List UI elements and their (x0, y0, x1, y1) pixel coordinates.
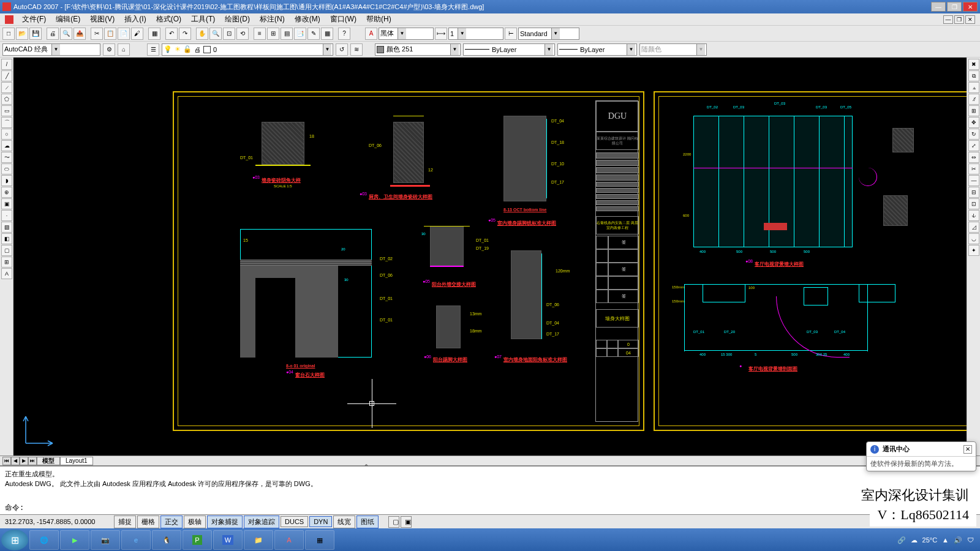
task-chrome[interactable]: 🌐 (29, 530, 59, 550)
print-button[interactable]: 🖨 (47, 28, 59, 40)
menu-dimension[interactable]: 标注(N) (256, 13, 288, 26)
zoom-rt-button[interactable]: 🔍 (209, 28, 222, 40)
linetype-select[interactable]: ByLayer ▼ (463, 43, 555, 56)
tool-palette-button[interactable]: ▤ (281, 28, 293, 40)
tray-icon[interactable]: 🔊 (954, 536, 962, 544)
table-tool[interactable]: ⊞ (1, 257, 12, 268)
rotate-tool[interactable]: ↻ (968, 129, 979, 140)
command-prompt[interactable]: 命令: (5, 503, 24, 513)
redo-button[interactable]: ↷ (179, 28, 191, 40)
open-button[interactable]: 📂 (16, 28, 28, 40)
make-block-tool[interactable]: ▣ (1, 198, 12, 209)
task-imaging[interactable]: 📷 (91, 530, 120, 550)
color-select[interactable]: 颜色 251 ▼ (375, 43, 461, 56)
move-tool[interactable]: ✥ (968, 117, 979, 128)
command-window[interactable]: 正在重生成模型。 Autodesk DWG。 此文件上次由 Autodesk 应… (0, 466, 980, 515)
design-center-button[interactable]: ⊞ (267, 28, 279, 40)
ducs-toggle[interactable]: DUCS (281, 516, 308, 527)
publish-button[interactable]: 📤 (74, 28, 86, 40)
dimstyle-icon[interactable]: ⊢ (505, 28, 517, 40)
menu-window[interactable]: 窗口(W) (326, 13, 360, 26)
print-preview-button[interactable]: 🔍 (60, 28, 72, 40)
tab-next-button[interactable]: ▶ (20, 457, 28, 465)
point-tool[interactable]: · (1, 210, 12, 221)
start-button[interactable]: ⊞ (1, 530, 28, 550)
zoom-prev-button[interactable]: ⟲ (236, 28, 249, 40)
tray-icon[interactable]: ▲ (942, 536, 949, 544)
workspace-settings-button[interactable]: ⚙ (103, 43, 115, 56)
menu-help[interactable]: 帮助(H) (363, 13, 395, 26)
break-pt-tool[interactable]: ⊟ (968, 187, 979, 198)
menu-view[interactable]: 视图(V) (86, 13, 118, 26)
revcloud-tool[interactable]: ☁ (1, 140, 12, 151)
spline-tool[interactable]: 〜 (1, 152, 12, 163)
arc-tool[interactable]: ⌒ (1, 117, 12, 128)
minimize-button[interactable]: — (931, 2, 946, 12)
grid-toggle[interactable]: 栅格 (137, 515, 159, 528)
lineweight-select[interactable]: ByLayer ▼ (557, 43, 637, 56)
tray-weather-icon[interactable]: ☁ (911, 536, 918, 544)
undo-button[interactable]: ↶ (165, 28, 178, 40)
ellipse-tool[interactable]: ⬭ (1, 163, 12, 174)
erase-tool[interactable]: ✖ (968, 59, 979, 70)
trim-tool[interactable]: ✂ (968, 163, 979, 174)
sheet-set-button[interactable]: 📑 (294, 28, 306, 40)
layer-manager-button[interactable]: ☰ (147, 43, 159, 56)
extend-tool[interactable]: — (968, 175, 979, 186)
polygon-tool[interactable]: ⬠ (1, 94, 12, 105)
array-tool[interactable]: ⊞ (968, 105, 979, 116)
doc-close-button[interactable]: ✕ (965, 15, 975, 24)
tab-layout1[interactable]: Layout1 (60, 457, 93, 465)
task-word[interactable]: W (213, 530, 243, 550)
copy-tool[interactable]: ⧉ (968, 70, 979, 81)
hatch-tool[interactable]: ▨ (1, 222, 12, 233)
explode-tool[interactable]: ✦ (968, 245, 979, 256)
drawing-canvas[interactable]: DGU 某某综合建筑设计 顾问有限公司 石膏线条内安装二层 两层室内装修工程 签… (13, 58, 967, 455)
properties-button[interactable]: ≡ (254, 28, 266, 40)
plotstyle-select[interactable]: 随颜色 ▼ (639, 43, 707, 56)
doc-restore-button[interactable]: ❐ (954, 15, 964, 24)
rectangle-tool[interactable]: ▭ (1, 105, 12, 116)
tab-model[interactable]: 模型 (37, 457, 60, 465)
line-tool[interactable]: / (1, 59, 12, 70)
insert-block-tool[interactable]: ⊕ (1, 187, 12, 198)
dim-style-select[interactable]: Standard ▼ (518, 28, 579, 40)
snap-toggle[interactable]: 捕捉 (114, 515, 136, 528)
task-media[interactable]: ▶ (60, 530, 89, 550)
stretch-tool[interactable]: ⇔ (968, 152, 979, 163)
ellipse-arc-tool[interactable]: ◗ (1, 175, 12, 186)
pline-tool[interactable]: ⟋ (1, 82, 12, 93)
layer-prev-button[interactable]: ↺ (336, 43, 348, 56)
mtext-tool[interactable]: A (1, 268, 12, 279)
comm-center-close[interactable]: ✕ (963, 445, 972, 454)
match-prop-button[interactable]: 🖌 (131, 28, 143, 40)
markup-button[interactable]: ✎ (307, 28, 320, 40)
polar-toggle[interactable]: 极轴 (184, 515, 206, 528)
menu-file[interactable]: 文件(F) (18, 13, 50, 26)
task-ie[interactable]: e (121, 530, 151, 550)
workspace-select[interactable]: AutoCAD 经典 ▼ (2, 43, 100, 56)
coordinates[interactable]: 312.2703, -1547.8885, 0.0000 (2, 518, 113, 525)
offset-tool[interactable]: ⫽ (968, 94, 979, 105)
dim-scale-select[interactable]: 1 ▼ (448, 28, 503, 40)
tab-last-button[interactable]: ⏭ (28, 457, 37, 465)
calc-button[interactable]: ▦ (321, 28, 333, 40)
dyn-toggle[interactable]: DYN (309, 516, 332, 527)
tab-prev-button[interactable]: ◀ (11, 457, 20, 465)
menu-tools[interactable]: 工具(T) (187, 13, 219, 26)
save-button[interactable]: 💾 (29, 28, 42, 40)
system-tray[interactable]: 🔗 ☁ 25°C ▲ 🔊 🛡 (897, 536, 979, 544)
task-qq[interactable]: 🐧 (152, 530, 181, 550)
help-button[interactable]: ? (338, 28, 350, 40)
task-project[interactable]: P (183, 530, 212, 550)
menu-draw[interactable]: 绘图(D) (221, 13, 254, 26)
tray-icon[interactable]: 🛡 (967, 536, 974, 544)
menu-format[interactable]: 格式(O) (153, 13, 185, 26)
layer-select[interactable]: 💡☀🔓🖨 0 ▼ (162, 43, 333, 56)
join-tool[interactable]: ⫝ (968, 210, 979, 221)
paste-button[interactable]: 📄 (118, 28, 130, 40)
lwt-toggle[interactable]: 线宽 (333, 515, 355, 528)
text-style-select[interactable]: 黑体 ▼ (379, 28, 434, 40)
maximize-vp-button[interactable]: ▣ (401, 516, 412, 528)
block-editor-button[interactable]: ▦ (148, 28, 160, 40)
